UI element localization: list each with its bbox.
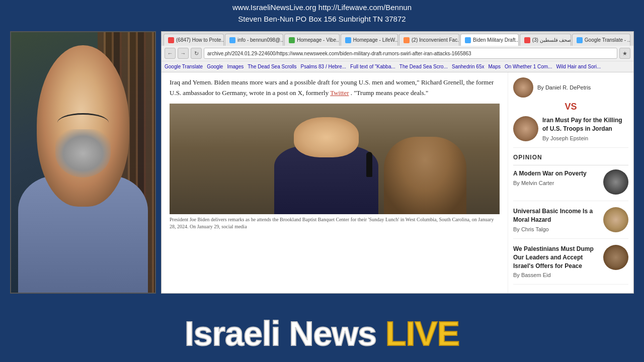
author-name-main: By Daniel R. DePetris xyxy=(537,84,591,90)
author-section: By Daniel R. DePetris xyxy=(513,77,628,98)
browser-tab-4[interactable]: Homepage - LifeW... xyxy=(341,34,398,46)
browser-panel: (6847) How to Prote... info - bennun098@… xyxy=(161,31,634,294)
opinion-article-1[interactable]: A Modern War on Poverty By Melvin Carter xyxy=(513,169,628,201)
bookmarks-bar: Google Translate Google Images The Dead … xyxy=(162,61,633,72)
browser-tab-3[interactable]: Homepage - Vibe... xyxy=(284,34,340,46)
browser-chrome: (6847) How to Prote... info - bennun098@… xyxy=(162,32,633,72)
bookmark-4[interactable]: The Dead Sea Scrolls xyxy=(248,64,296,69)
reload-button[interactable]: ↻ xyxy=(191,48,202,59)
browser-tab-5[interactable]: (2) Inconvenient Fac... xyxy=(399,34,459,46)
article-body: Iraq and Yemen. Biden means more wars an… xyxy=(170,77,500,99)
logo-text-live: LIVE xyxy=(385,314,459,352)
tab-favicon-1 xyxy=(168,37,174,43)
biden-head xyxy=(294,117,359,157)
article-image xyxy=(170,104,500,214)
tab-favicon-6 xyxy=(465,37,471,43)
opinion-divider xyxy=(513,165,628,165)
article-area: Iraq and Yemen. Biden means more wars an… xyxy=(162,72,508,293)
browser-tab-2[interactable]: info - bennun098@... xyxy=(225,34,283,46)
tab-label-8: Google Translate - ... xyxy=(585,37,630,43)
browser-tabs: (6847) How to Prote... info - bennun098@… xyxy=(162,32,633,46)
bottom-banner: Israeli News LIVE xyxy=(0,304,644,362)
browser-tab-8[interactable]: Google Translate - ... xyxy=(572,34,630,46)
tab-label-7: صحف فلسطين (3) xyxy=(532,37,571,43)
bottom-logo: Israeli News LIVE xyxy=(185,314,459,353)
top-banner: www.IsraeliNewsLive.org http://Lifewave.… xyxy=(0,0,644,27)
sidebar-article-content-1: Iran Must Pay for the Killing of U.S. Tr… xyxy=(542,116,628,141)
caption-text: President Joe Biden delivers remarks as … xyxy=(170,217,494,229)
opinion-article-content-2: Universal Basic Income Is a Moral Hazard… xyxy=(513,207,599,232)
opinion-article-2[interactable]: Universal Basic Income Is a Moral Hazard… xyxy=(513,207,628,239)
article-image-container: President Joe Biden delivers remarks as … xyxy=(170,104,500,230)
bookmark-11[interactable]: Wild Hair and Sori... xyxy=(556,64,601,69)
tab-favicon-5 xyxy=(404,37,410,43)
opinion-label: OPINION xyxy=(513,154,628,161)
webcam-feed xyxy=(11,32,155,293)
bookmark-1[interactable]: Google Translate xyxy=(165,64,203,69)
tab-favicon-7 xyxy=(524,37,530,43)
tab-label-5: (2) Inconvenient Fac... xyxy=(412,37,459,43)
browser-tab-7[interactable]: صحف فلسطين (3) xyxy=(520,34,571,46)
top-banner-line1: www.IsraeliNewsLive.org http://Lifewave.… xyxy=(0,2,644,14)
opinion-title-2: Universal Basic Income Is a Moral Hazard xyxy=(513,207,599,224)
person-beard xyxy=(55,129,111,177)
article-caption: President Joe Biden delivers remarks as … xyxy=(170,216,500,230)
opinion-article-content-1: A Modern War on Poverty By Melvin Carter xyxy=(513,169,599,186)
browser-tab-1[interactable]: (6847) How to Prote... xyxy=(164,34,224,46)
address-text: archive.ph/2024.01.29-224600/https://www… xyxy=(207,51,471,56)
opinion-article-3[interactable]: We Palestinians Must Dump Our Leaders an… xyxy=(513,245,628,285)
bookmark-star[interactable]: ★ xyxy=(619,48,630,59)
opinion-thumb-3 xyxy=(603,245,628,270)
article-body-text2: . "Trump means peace deals." xyxy=(351,89,429,97)
bookmark-8[interactable]: Sanhedrin 65x xyxy=(452,64,485,69)
tab-label-4: Homepage - LifeW... xyxy=(353,37,398,43)
sidebar-article-title-1: Iran Must Pay for the Killing of U.S. Tr… xyxy=(542,116,628,133)
tab-label-2: info - bennun098@... xyxy=(237,37,283,43)
forward-button[interactable]: → xyxy=(178,48,189,59)
opinion-title-1: A Modern War on Poverty xyxy=(513,169,599,178)
tab-favicon-3 xyxy=(289,37,295,43)
sidebar-avatar-1 xyxy=(513,116,538,141)
tab-label-3: Homepage - Vibe... xyxy=(297,37,340,43)
bookmark-9[interactable]: Maps xyxy=(488,64,500,69)
biden-figure xyxy=(269,109,384,214)
bookmark-3[interactable]: Images xyxy=(227,64,244,69)
opinion-author-2: By Chris Talgo xyxy=(513,226,599,232)
browser-tab-6[interactable]: Biden Military Draft... xyxy=(460,34,519,46)
tab-label-6: Biden Military Draft... xyxy=(473,37,519,43)
opinion-author-3: By Bassem Eid xyxy=(513,272,599,278)
biden-microphone xyxy=(366,152,372,177)
back-button[interactable]: ← xyxy=(165,48,176,59)
person-head xyxy=(37,45,129,207)
bookmark-7[interactable]: The Dead Sea Scro... xyxy=(399,64,448,69)
bookmark-2[interactable]: Google xyxy=(207,64,223,69)
bookmark-5[interactable]: Psalms 83 / Hebre... xyxy=(301,64,347,69)
opinion-article-content-3: We Palestinians Must Dump Our Leaders an… xyxy=(513,245,599,278)
logo-text-regular: Israeli News xyxy=(185,314,385,352)
address-bar[interactable]: archive.ph/2024.01.29-224600/https://www… xyxy=(204,48,617,59)
opinion-author-1: By Melvin Carter xyxy=(513,180,599,186)
bookmark-6[interactable]: Full text of "Kabba... xyxy=(350,64,395,69)
tab-favicon-2 xyxy=(229,37,235,43)
webcam-panel xyxy=(10,31,156,294)
sidebar-main-article[interactable]: Iran Must Pay for the Killing of U.S. Tr… xyxy=(513,116,628,148)
bookmark-10[interactable]: On Whether 1 Com... xyxy=(505,64,552,69)
browser-nav: ← → ↻ archive.ph/2024.01.29-224600/https… xyxy=(162,46,633,61)
author-avatar-main xyxy=(513,77,533,98)
twitter-link[interactable]: Twitter xyxy=(330,89,349,97)
opinion-thumb-1 xyxy=(603,169,628,195)
sidebar-article-author-1: By Joseph Epstein xyxy=(542,135,628,141)
right-sidebar: By Daniel R. DePetris VS Iran Must Pay f… xyxy=(508,72,633,293)
tab-label-1: (6847) How to Prote... xyxy=(176,37,224,43)
browser-content: Iraq and Yemen. Biden means more wars an… xyxy=(162,72,633,293)
person-glasses xyxy=(57,113,109,133)
tab-favicon-4 xyxy=(345,37,351,43)
opinion-title-3: We Palestinians Must Dump Our Leaders an… xyxy=(513,245,599,270)
background-figure xyxy=(384,137,466,214)
tab-favicon-8 xyxy=(577,37,583,43)
vs-badge: VS xyxy=(513,102,628,112)
opinion-thumb-2 xyxy=(603,207,628,232)
top-banner-line2: Steven Ben-Nun PO Box 156 Sunbright TN 3… xyxy=(0,14,644,25)
